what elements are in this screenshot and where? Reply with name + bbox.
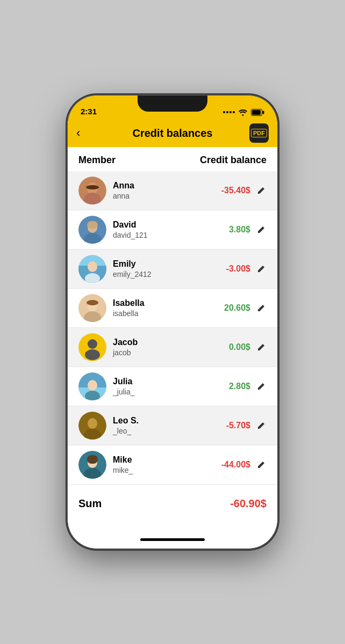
member-username-leo: _leo_ bbox=[113, 426, 226, 436]
avatar-julia bbox=[78, 372, 106, 400]
member-username-jacob: jacob bbox=[113, 348, 229, 357]
avatar-leo bbox=[78, 412, 106, 440]
balance-section-emily: -3.00$ bbox=[226, 264, 267, 274]
member-row-mike: Mike mike_ -44.00$ bbox=[68, 445, 277, 485]
svg-point-14 bbox=[88, 261, 97, 272]
home-bar bbox=[140, 538, 205, 541]
edit-button-julia[interactable] bbox=[256, 381, 267, 392]
balance-amount-julia: 2.80$ bbox=[229, 382, 250, 391]
balance-section-leo: -5.70$ bbox=[226, 420, 267, 431]
member-info-julia: Julia _julia_ bbox=[113, 376, 229, 397]
member-info-anna: Anna anna bbox=[113, 180, 221, 201]
back-button[interactable]: ‹ bbox=[76, 124, 84, 142]
balance-amount-david: 3.80$ bbox=[229, 225, 250, 235]
member-info-david: David david_121 bbox=[113, 219, 229, 240]
member-username-david: david_121 bbox=[113, 230, 229, 240]
balance-section-isabella: 20.60$ bbox=[224, 303, 267, 313]
members-list: Anna anna -35.40$ David david_121 3.80$ … bbox=[68, 171, 277, 485]
edit-button-isabella[interactable] bbox=[256, 303, 267, 313]
avatar-anna bbox=[78, 177, 106, 204]
member-username-emily: emily_2412 bbox=[113, 269, 226, 279]
member-info-isabella: Isabella isabella bbox=[113, 298, 224, 319]
edit-button-leo[interactable] bbox=[256, 420, 267, 431]
member-row-julia: Julia _julia_ 2.80$ bbox=[68, 367, 277, 406]
svg-rect-1 bbox=[252, 110, 261, 115]
member-row-emily: Emily emily_2412 -3.00$ bbox=[68, 250, 277, 289]
balance-section-anna: -35.40$ bbox=[221, 185, 267, 196]
home-indicator bbox=[68, 530, 277, 548]
balance-section-jacob: 0.00$ bbox=[229, 342, 267, 353]
member-name-jacob: Jacob bbox=[113, 337, 229, 348]
member-info-jacob: Jacob jacob bbox=[113, 337, 229, 358]
svg-rect-11 bbox=[87, 221, 98, 229]
member-username-julia: _julia_ bbox=[113, 387, 229, 397]
edit-button-jacob[interactable] bbox=[256, 342, 267, 353]
member-name-julia: Julia bbox=[113, 376, 229, 387]
svg-point-25 bbox=[88, 380, 97, 391]
member-info-emily: Emily emily_2412 bbox=[113, 259, 226, 280]
edit-button-anna[interactable] bbox=[256, 185, 267, 196]
sum-amount: -60.90$ bbox=[230, 497, 267, 510]
avatar-david bbox=[78, 216, 106, 244]
sum-row: Sum -60.90$ bbox=[68, 485, 277, 523]
avatar-emily bbox=[78, 255, 106, 283]
balance-section-mike: -44.00$ bbox=[221, 459, 267, 470]
app-header: ‹ Credit balances PDF bbox=[68, 119, 277, 147]
svg-point-7 bbox=[78, 177, 106, 204]
member-name-emily: Emily bbox=[113, 259, 226, 270]
pdf-button[interactable]: PDF bbox=[249, 123, 269, 143]
balance-amount-emily: -3.00$ bbox=[226, 264, 250, 274]
member-row-anna: Anna anna -35.40$ bbox=[68, 171, 277, 210]
member-row-leo: Leo S. _leo_ -5.70$ bbox=[68, 406, 277, 445]
balance-section-julia: 2.80$ bbox=[229, 381, 267, 392]
svg-point-21 bbox=[88, 339, 97, 349]
balance-amount-isabella: 20.60$ bbox=[224, 303, 250, 313]
svg-point-22 bbox=[85, 349, 100, 360]
svg-rect-2 bbox=[263, 111, 264, 114]
avatar-mike bbox=[78, 451, 106, 479]
balance-section-david: 3.80$ bbox=[229, 224, 267, 235]
page-title: Credit balances bbox=[133, 127, 213, 140]
member-row-david: David david_121 3.80$ bbox=[68, 210, 277, 250]
svg-point-28 bbox=[88, 418, 97, 429]
status-icons bbox=[223, 108, 264, 116]
avatar-isabella bbox=[78, 294, 106, 322]
member-name-david: David bbox=[113, 219, 229, 231]
member-username-mike: mike_ bbox=[113, 465, 221, 475]
member-username-isabella: isabella bbox=[113, 309, 224, 318]
balance-amount-leo: -5.70$ bbox=[226, 421, 250, 430]
balance-amount-mike: -44.00$ bbox=[221, 460, 250, 470]
member-info-mike: Mike mike_ bbox=[113, 455, 221, 475]
wifi-icon bbox=[238, 108, 248, 116]
member-name-mike: Mike bbox=[113, 455, 221, 466]
battery-icon bbox=[251, 109, 264, 116]
member-row-jacob: Jacob jacob 0.00$ bbox=[68, 328, 277, 367]
svg-rect-34 bbox=[87, 455, 98, 464]
edit-button-emily[interactable] bbox=[256, 264, 267, 274]
member-info-leo: Leo S. _leo_ bbox=[113, 415, 226, 436]
member-name-leo: Leo S. bbox=[113, 415, 226, 427]
sum-label: Sum bbox=[78, 497, 102, 510]
pdf-label: PDF bbox=[251, 129, 267, 137]
status-time: 2:31 bbox=[81, 107, 97, 116]
avatar-jacob bbox=[78, 333, 106, 361]
balance-amount-jacob: 0.00$ bbox=[229, 342, 250, 352]
table-header: Member Credit balance bbox=[68, 147, 277, 171]
member-column-header: Member bbox=[78, 155, 116, 166]
svg-point-19 bbox=[87, 300, 98, 305]
member-name-isabella: Isabella bbox=[113, 298, 224, 309]
balance-column-header: Credit balance bbox=[200, 155, 267, 166]
member-name-anna: Anna bbox=[113, 180, 221, 192]
signal-dots bbox=[223, 111, 235, 113]
edit-button-david[interactable] bbox=[256, 224, 267, 235]
content-area: Member Credit balance Anna anna -35.40$ … bbox=[68, 147, 277, 530]
edit-button-mike[interactable] bbox=[256, 459, 267, 470]
balance-amount-anna: -35.40$ bbox=[221, 186, 250, 195]
member-row-isabella: Isabella isabella 20.60$ bbox=[68, 289, 277, 328]
member-username-anna: anna bbox=[113, 191, 221, 201]
